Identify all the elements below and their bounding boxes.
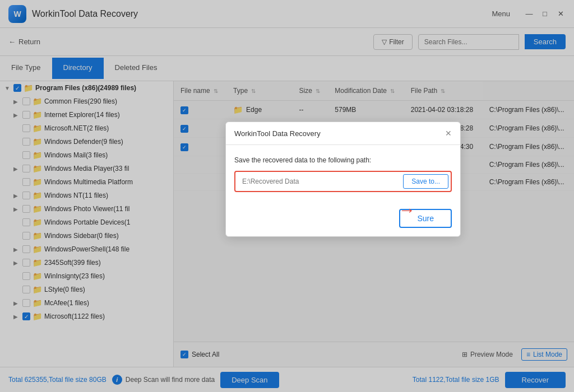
arrow-indicator: → xyxy=(399,200,415,220)
dialog-title: WorkinTool Data Recovery xyxy=(234,129,321,138)
dialog-footer: → Sure xyxy=(226,203,460,236)
dialog-header: WorkinTool Data Recovery ✕ xyxy=(226,122,460,145)
dialog-body: Save the recovered data to the following… xyxy=(226,145,460,203)
save-to-button[interactable]: Save to... xyxy=(403,174,448,189)
dialog-description: Save the recovered data to the following… xyxy=(234,156,452,164)
recovery-dialog: WorkinTool Data Recovery ✕ Save the reco… xyxy=(225,122,461,237)
dialog-overlay: WorkinTool Data Recovery ✕ Save the reco… xyxy=(0,0,574,392)
dialog-path-input[interactable] xyxy=(238,174,399,189)
dialog-input-row: Save to... xyxy=(234,171,452,192)
dialog-close-button[interactable]: ✕ xyxy=(445,129,452,138)
